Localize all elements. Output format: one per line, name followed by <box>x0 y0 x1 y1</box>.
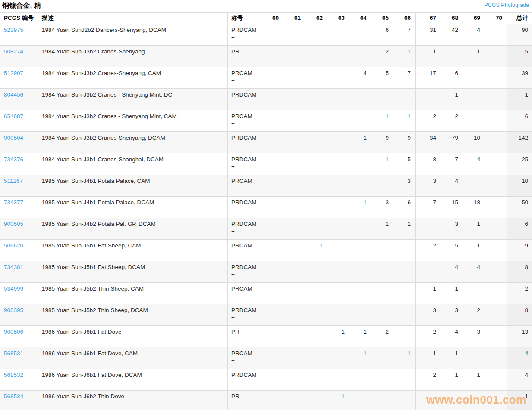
grade-count-cell <box>305 67 327 89</box>
pcgs-number-link[interactable]: 734377 <box>4 199 23 206</box>
grade-count-cell: 2 <box>416 369 441 391</box>
pcgs-number-link[interactable]: 734381 <box>4 264 23 270</box>
grade-count-cell <box>327 218 349 240</box>
total-cell: 39 <box>507 67 532 89</box>
grade-count-cell: 2 <box>463 304 485 326</box>
grade-count-cell <box>349 24 371 46</box>
grade-count-cell: 2 <box>441 110 463 132</box>
grade-count-cell <box>349 240 371 261</box>
pcgs-number-link[interactable]: 523975 <box>4 27 23 33</box>
pcgs-number-link[interactable]: 512907 <box>4 70 23 76</box>
pcgs-number-link[interactable]: 900395 <box>4 307 23 313</box>
grade-count-cell <box>485 24 507 46</box>
table-row: 5349991985 Yuan Sun-J5b2 Thin Sheep, CAM… <box>0 283 532 304</box>
grade-count-cell: 1 <box>371 153 393 175</box>
pcgs-number-link[interactable]: 900506 <box>4 329 23 335</box>
grade-count-cell <box>393 261 416 283</box>
grade-count-cell <box>349 261 371 283</box>
table-row: 5685341986 Yuan Sun-J6b2 Thin DovePR+11 <box>0 391 532 410</box>
pcgs-number-cell: 734376 <box>0 153 38 175</box>
grade-count-cell <box>371 283 393 304</box>
column-header: 描述 <box>38 13 228 24</box>
grade-count-cell: 3 <box>441 304 463 326</box>
column-header: 62 <box>305 13 327 24</box>
total-cell: 4 <box>507 347 532 369</box>
pcgs-number-cell: 511267 <box>0 175 38 197</box>
table-row: 7343771985 Yuan Sun-J4b1 Potala Palace, … <box>0 197 532 218</box>
grade-count-cell: 3 <box>441 218 463 240</box>
grade-count-cell: 42 <box>441 24 463 46</box>
grade-count-cell: 7 <box>441 153 463 175</box>
grade-count-cell <box>393 283 416 304</box>
pcgs-number-cell: 506620 <box>0 240 38 261</box>
grade-count-cell <box>463 110 485 132</box>
pcgs-number-link[interactable]: 568532 <box>4 372 23 378</box>
grade-count-cell <box>283 175 305 197</box>
pcgs-number-link[interactable]: 804456 <box>4 91 23 98</box>
grade-count-cell <box>305 391 327 410</box>
grade-count-cell <box>371 261 393 283</box>
grade-count-cell <box>485 153 507 175</box>
grade-count-cell <box>327 46 349 67</box>
pcgs-number-link[interactable]: 568534 <box>4 393 23 400</box>
grade-count-cell: 1 <box>305 240 327 261</box>
pcgs-photograde-link[interactable]: PCGS Photograde <box>484 2 529 8</box>
grade-count-cell: 1 <box>371 110 393 132</box>
grade-count-cell <box>305 46 327 67</box>
total-cell: 4 <box>507 369 532 391</box>
grade-count-cell: 31 <box>416 24 441 46</box>
grade-count-cell: 1 <box>441 283 463 304</box>
total-cell: 5 <box>507 46 532 67</box>
grade-count-cell: 1 <box>393 110 416 132</box>
total-cell: 6 <box>507 110 532 132</box>
grade-count-cell <box>393 240 416 261</box>
grade-count-cell <box>485 89 507 110</box>
grade-count-cell: 3 <box>416 175 441 197</box>
grade-count-cell <box>305 24 327 46</box>
designation-cell: PRDCAM+ <box>228 89 261 110</box>
pcgs-number-link[interactable]: 506620 <box>4 242 23 249</box>
pcgs-number-link[interactable]: 534999 <box>4 285 23 292</box>
grade-count-cell <box>261 110 283 132</box>
description-cell: 1985 Yuan Sun-J4b1 Potala Palace, CAM <box>38 175 228 197</box>
total-cell: 50 <box>507 197 532 218</box>
grade-count-cell <box>261 326 283 347</box>
pcgs-number-link[interactable]: 900504 <box>4 135 23 141</box>
pcgs-number-link[interactable]: 654687 <box>4 113 23 119</box>
grade-count-cell: 7 <box>393 67 416 89</box>
pcgs-number-link[interactable]: 900505 <box>4 221 23 227</box>
pcgs-number-link[interactable]: 734376 <box>4 156 23 163</box>
total-cell: 8 <box>507 261 532 283</box>
column-header: 65 <box>371 13 393 24</box>
grade-count-cell <box>283 24 305 46</box>
table-row: 5239751984 Yuan SunJ2b2 Dancers-Shenyang… <box>0 24 532 46</box>
grade-count-cell <box>261 153 283 175</box>
grade-count-cell <box>416 218 441 240</box>
designation-cell: PR+ <box>228 326 261 347</box>
grade-count-cell: 4 <box>441 326 463 347</box>
page-header: 铜镍合金, 精 PCGS Photograde <box>0 0 532 12</box>
pcgs-number-link[interactable]: 568531 <box>4 350 23 357</box>
pcgs-number-cell: 654687 <box>0 110 38 132</box>
grade-count-cell <box>327 369 349 391</box>
column-header: 称号 <box>228 13 261 24</box>
grade-count-cell <box>416 391 441 410</box>
grade-count-cell: 1 <box>441 347 463 369</box>
grade-count-cell <box>261 46 283 67</box>
grade-count-cell <box>393 391 416 410</box>
table-row: 9005041984 Yuan Sun-J3b2 Cranes-Shenyang… <box>0 132 532 153</box>
grade-count-cell <box>485 175 507 197</box>
table-row: 7343811985 Yuan Sun-J5b1 Fat Sheep, DCAM… <box>0 261 532 283</box>
page-title: 铜镍合金, 精 <box>2 1 41 10</box>
grade-count-cell: 1 <box>441 89 463 110</box>
grade-count-cell <box>349 175 371 197</box>
grade-count-cell <box>349 283 371 304</box>
grade-count-cell: 1 <box>349 326 371 347</box>
grade-count-cell <box>261 197 283 218</box>
column-header: 61 <box>283 13 305 24</box>
pcgs-number-cell: 508274 <box>0 46 38 67</box>
grade-count-cell: 2 <box>371 326 393 347</box>
pcgs-number-link[interactable]: 511267 <box>4 178 23 184</box>
pcgs-number-link[interactable]: 508274 <box>4 48 23 55</box>
designation-cell: PRDCAM+ <box>228 132 261 153</box>
